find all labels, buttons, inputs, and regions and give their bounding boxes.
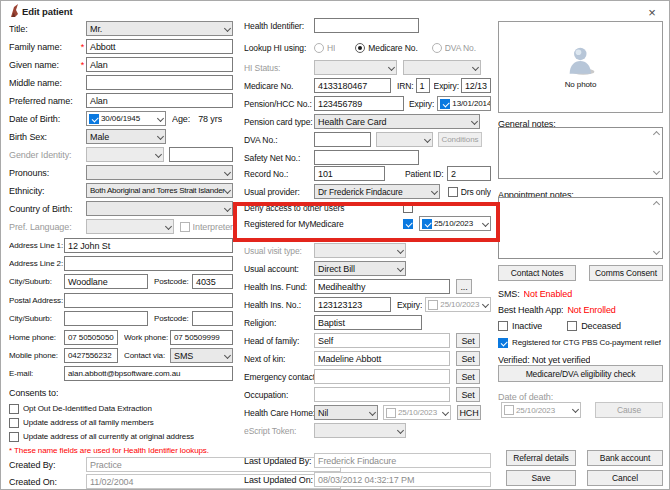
pension-expiry-checkbox[interactable] (440, 99, 450, 109)
pension-expiry-label: Expiry: (409, 99, 434, 109)
birth-sex-label: Birth Sex: (9, 132, 86, 142)
fund-browse-button[interactable]: ... (456, 279, 472, 294)
pension-expiry-picker[interactable]: 13/01/2014 (437, 96, 491, 111)
inactive-checkbox[interactable] (498, 321, 508, 331)
interpreter-checkbox[interactable] (180, 222, 190, 232)
work-phone-field[interactable]: 07 50509999 (170, 330, 233, 345)
postcode-field[interactable]: 4035 (192, 274, 233, 289)
usual-provider-select[interactable]: Dr Frederick Findacure (314, 184, 440, 199)
update-family-address-checkbox[interactable] (9, 418, 19, 428)
lookup-dva-radio[interactable] (432, 43, 442, 53)
dob-date-picker[interactable]: 30/06/1945 (86, 111, 166, 126)
title-select[interactable]: Mr. (86, 21, 233, 36)
contact-via-select[interactable]: SMS (170, 348, 233, 363)
chevron-down-icon (397, 426, 404, 433)
emergency-contact-set-button[interactable]: Set (456, 369, 480, 384)
dob-label: Date of Birth: (9, 114, 86, 124)
country-of-birth-select[interactable] (86, 201, 233, 216)
mymedicare-date-picker[interactable]: 25/10/2023 (419, 216, 491, 231)
cancel-button[interactable]: Cancel (587, 470, 663, 486)
record-no-field[interactable]: 101 (314, 166, 385, 181)
deceased-checkbox[interactable] (567, 321, 577, 331)
health-care-home-select[interactable]: Nil (314, 405, 378, 420)
chevron-down-icon (369, 408, 376, 415)
hch-button[interactable]: HCH (457, 405, 481, 420)
city-suburb-field[interactable]: Woodlane (64, 274, 148, 289)
pension-card-type-label: Pension card type: (244, 117, 314, 127)
address-line2-field[interactable] (64, 256, 233, 271)
contact-via-label: Contact via: (124, 351, 170, 360)
general-notes-textarea[interactable] (498, 127, 663, 179)
mobile-phone-field[interactable]: 0427556232 (64, 348, 118, 363)
pension-card-type-select[interactable]: Health Care Card (314, 114, 480, 129)
next-of-kin-set-button[interactable]: Set (456, 351, 480, 366)
appointment-notes-textarea[interactable] (498, 197, 663, 259)
ins-expiry-checkbox[interactable] (428, 300, 438, 310)
postal-city-suburb-field[interactable] (64, 311, 148, 326)
middle-name-field[interactable] (86, 75, 233, 90)
update-original-address-checkbox[interactable] (9, 432, 19, 442)
pension-hcc-field[interactable]: 123456789 (314, 96, 404, 111)
scroll-down-icon[interactable] (652, 248, 659, 255)
medicare-dva-eligibility-button[interactable]: Medicare/DVA eligibility check (498, 365, 663, 382)
scroll-up-icon[interactable] (652, 201, 659, 208)
dva-no-field[interactable] (314, 132, 371, 147)
referral-details-button[interactable]: Referral details (506, 450, 576, 466)
opt-out-data-extraction-checkbox[interactable] (9, 404, 19, 414)
ctg-checkbox[interactable] (498, 338, 508, 348)
usual-provider-value: Dr Frederick Findacure (318, 187, 432, 197)
mymedicare-date-checkbox[interactable] (422, 219, 432, 229)
occupation-field (314, 387, 450, 402)
scrollbar[interactable] (651, 199, 661, 257)
postal-address-field[interactable] (64, 293, 233, 308)
safety-net-field[interactable] (314, 150, 419, 165)
health-ins-no-field[interactable]: 123123123 (314, 297, 391, 312)
lookup-medicare-radio[interactable] (355, 43, 365, 53)
usual-account-select[interactable]: Direct Bill (314, 261, 406, 276)
religion-field[interactable]: Baptist (314, 315, 422, 330)
comms-consent-button[interactable]: Comms Consent (589, 265, 663, 281)
next-of-kin-label: Next of kin: (244, 354, 314, 364)
lookup-hi-radio[interactable] (314, 43, 324, 53)
birth-sex-value: Male (90, 132, 158, 142)
health-ins-fund-field[interactable]: Medihealthy (314, 279, 450, 294)
deny-access-label: Deny access to other users (244, 203, 403, 213)
scrollbar[interactable] (651, 129, 661, 177)
hch-date-checkbox[interactable] (386, 408, 396, 418)
pronouns-select[interactable] (86, 165, 233, 180)
head-of-family-set-button[interactable]: Set (456, 333, 480, 348)
save-button[interactable]: Save (506, 470, 576, 486)
drs-only-checkbox[interactable] (448, 187, 458, 197)
postal-city-suburb-label: City/Suburb: (9, 314, 64, 323)
scroll-up-icon[interactable] (652, 131, 659, 138)
deny-access-checkbox[interactable] (403, 203, 413, 213)
postal-postcode-field[interactable] (192, 311, 233, 326)
medicare-no-field[interactable]: 4133180467 (314, 78, 391, 93)
irn-field[interactable]: 1 (416, 78, 430, 93)
best-health-app-label: Best Health App: (498, 305, 563, 315)
mymedicare-checkbox[interactable] (403, 219, 413, 229)
patient-photo-box[interactable]: No photo (498, 21, 663, 113)
ethnicity-select[interactable]: Both Aboriginal and Torres Strait Island… (86, 183, 233, 198)
mobile-phone-label: Mobile phone: (9, 351, 64, 360)
close-icon[interactable]: × (644, 4, 660, 20)
medicare-expiry-field[interactable]: 12/13 (461, 78, 491, 93)
chevron-down-icon (157, 114, 164, 121)
scroll-down-icon[interactable] (652, 168, 659, 175)
birth-sex-select[interactable]: Male (86, 129, 166, 144)
family-name-field[interactable]: Abbott (86, 39, 233, 54)
preferred-name-field[interactable]: Alan (86, 93, 233, 108)
hi-lookup-note: * These name fields are used for Health … (9, 446, 209, 455)
address-line1-field[interactable]: 12 John St (64, 238, 233, 253)
occupation-set-button[interactable]: Set (456, 387, 480, 402)
gender-identity-field[interactable] (169, 147, 233, 162)
given-name-field[interactable]: Alan (86, 57, 233, 72)
email-field[interactable]: alan.abbott@bpsoftware.com.au (64, 366, 233, 381)
dob-checkbox[interactable] (89, 114, 99, 124)
date-of-death-checkbox[interactable] (504, 405, 514, 415)
health-identifier-field[interactable] (314, 18, 419, 33)
emergency-contact-label: Emergency contact: (244, 372, 314, 382)
contact-notes-button[interactable]: Contact Notes (498, 265, 576, 281)
home-phone-field[interactable]: 07 50505050 (64, 330, 118, 345)
bank-account-button[interactable]: Bank account (587, 450, 663, 466)
